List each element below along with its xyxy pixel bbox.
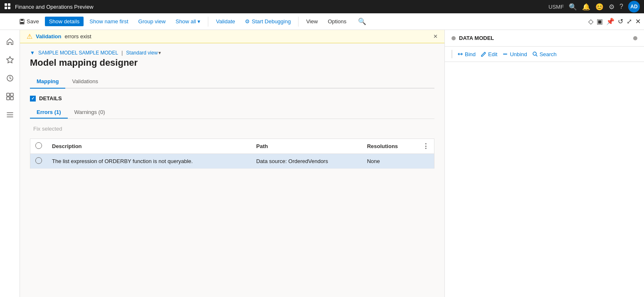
user-icon[interactable]: 😊 xyxy=(595,3,604,11)
unbind-button[interactable]: Unbind xyxy=(502,51,527,57)
separator-1 xyxy=(208,17,208,27)
svg-rect-0 xyxy=(5,3,7,6)
app-grid-icon[interactable] xyxy=(4,3,12,10)
details-label: DETAILS xyxy=(39,95,62,101)
col-radio xyxy=(30,139,47,154)
table-row[interactable]: The list expression of ORDERBY function … xyxy=(30,154,434,169)
fix-selected-button[interactable]: Fix selected xyxy=(30,124,65,134)
validation-message: errors exist xyxy=(64,33,91,40)
sub-tab-warnings[interactable]: Warnings (0) xyxy=(68,106,112,119)
search-button[interactable]: Search xyxy=(532,51,557,57)
svg-rect-9 xyxy=(10,93,13,96)
filter-icon: ▼ xyxy=(30,50,35,56)
dm-header: DATA MODEL xyxy=(445,30,644,47)
page-title: Model mapping designer xyxy=(30,57,434,68)
close-icon[interactable]: ✕ xyxy=(635,17,641,25)
bind-button[interactable]: Bind xyxy=(457,51,476,57)
chevron-down-icon: ▾ xyxy=(158,50,161,56)
sidebar-item-workspaces[interactable] xyxy=(2,88,18,105)
options-button[interactable]: Options xyxy=(323,17,350,26)
svg-rect-8 xyxy=(7,93,10,96)
help-icon[interactable]: ? xyxy=(619,3,623,10)
title-bar-left: Finance and Operations Preview xyxy=(4,3,94,10)
col-description: Description xyxy=(47,139,251,154)
breadcrumb-view-link[interactable]: Standard view xyxy=(126,50,158,56)
toolbar-search-button[interactable]: 🔍 xyxy=(354,16,370,27)
errors-table: Description Path Resolutions ⋮ xyxy=(30,139,434,169)
col-path: Path xyxy=(251,139,362,154)
toolbar: Save Show details Show name first Group … xyxy=(0,13,644,30)
more-icon[interactable]: ⋮ xyxy=(422,143,429,150)
col-more: ⋮ xyxy=(417,139,434,154)
notification-icon[interactable]: 🔔 xyxy=(582,3,590,11)
svg-rect-12 xyxy=(503,54,507,54)
row-description: The list expression of ORDERBY function … xyxy=(47,154,251,169)
header-radio[interactable] xyxy=(35,142,42,149)
dm-dot-left xyxy=(452,36,456,40)
usmf-label: USMF xyxy=(548,4,564,10)
search-icon: 🔍 xyxy=(358,17,366,25)
settings-icon[interactable]: ⚙ xyxy=(609,3,614,11)
sidebar-item-home[interactable] xyxy=(2,33,18,50)
table-header-row: Description Path Resolutions ⋮ xyxy=(30,139,434,154)
sidebar xyxy=(0,30,20,297)
hamburger-menu[interactable] xyxy=(3,17,13,26)
validation-close-button[interactable]: ✕ xyxy=(433,33,438,40)
sub-tab-errors[interactable]: Errors (1) xyxy=(30,106,68,119)
details-checkbox[interactable]: ✓ xyxy=(30,96,36,101)
row-resolutions: None xyxy=(362,154,417,169)
diamond-icon[interactable]: ◇ xyxy=(588,17,593,25)
view-button[interactable]: View xyxy=(302,17,322,26)
sidebar-item-modules[interactable] xyxy=(2,106,18,123)
validation-banner: ⚠ Validation errors exist ✕ xyxy=(20,30,444,43)
edit-button[interactable]: Edit xyxy=(481,51,497,57)
search-icon[interactable]: 🔍 xyxy=(569,3,577,11)
col-resolutions: Resolutions xyxy=(362,139,417,154)
start-debugging-button[interactable]: ⚙ Start Debugging xyxy=(241,17,295,26)
show-details-button[interactable]: Show details xyxy=(45,17,84,26)
row-path: Data source: OrderedVendors xyxy=(251,154,362,169)
breadcrumb: ▼ SAMPLE MODEL SAMPLE MODEL | Standard v… xyxy=(30,50,434,56)
main-tabs: Mapping Validations xyxy=(30,75,434,89)
expand-icon[interactable]: ⤢ xyxy=(627,17,632,25)
left-content: ⚠ Validation errors exist ✕ ▼ SAMPLE MOD… xyxy=(20,30,444,297)
title-bar-right: USMF 🔍 🔔 😊 ⚙ ? AD xyxy=(548,1,640,12)
svg-rect-2 xyxy=(5,7,7,9)
row-more xyxy=(417,154,434,169)
app-title: Finance and Operations Preview xyxy=(15,4,94,10)
tab-mapping[interactable]: Mapping xyxy=(30,75,65,89)
sub-tabs: Errors (1) Warnings (0) xyxy=(30,106,434,119)
breadcrumb-separator: | xyxy=(121,50,123,56)
breadcrumb-model[interactable]: SAMPLE MODEL SAMPLE MODEL xyxy=(38,50,118,56)
validation-text: Validation xyxy=(36,33,61,40)
tab-validations[interactable]: Validations xyxy=(65,75,105,89)
svg-rect-6 xyxy=(20,22,24,24)
title-bar: Finance and Operations Preview USMF 🔍 🔔 … xyxy=(0,0,644,13)
show-all-button[interactable]: Show all ▾ xyxy=(171,17,205,26)
breadcrumb-view: Standard view ▾ xyxy=(126,50,161,56)
refresh-icon[interactable]: ↺ xyxy=(618,17,623,25)
row-radio[interactable] xyxy=(35,157,42,164)
dm-title: DATA MODEL xyxy=(459,35,494,41)
svg-rect-1 xyxy=(8,3,10,6)
dm-toolbar: Bind Edit Unbind Search xyxy=(445,47,644,62)
svg-rect-5 xyxy=(21,19,23,21)
svg-rect-10 xyxy=(7,97,10,100)
pin-icon[interactable]: 📌 xyxy=(606,17,614,25)
layout-icon[interactable]: ▣ xyxy=(597,17,603,25)
dm-dot-right xyxy=(633,36,637,40)
group-view-button[interactable]: Group view xyxy=(134,17,170,26)
avatar[interactable]: AD xyxy=(628,1,640,12)
sidebar-item-recent[interactable] xyxy=(2,70,18,87)
chevron-down-icon: ▾ xyxy=(197,18,200,25)
details-header: ✓ DETAILS xyxy=(30,95,434,101)
data-model-panel: DATA MODEL Bind Edit Unbind Search xyxy=(444,30,644,297)
row-radio-cell xyxy=(30,154,47,169)
sidebar-item-favorites[interactable] xyxy=(2,52,18,68)
separator-2 xyxy=(298,17,299,27)
validate-button[interactable]: Validate xyxy=(212,17,239,26)
show-name-first-button[interactable]: Show name first xyxy=(85,17,132,26)
content-area: ▼ SAMPLE MODEL SAMPLE MODEL | Standard v… xyxy=(20,43,444,176)
svg-rect-11 xyxy=(10,97,13,100)
save-button[interactable]: Save xyxy=(15,17,43,26)
